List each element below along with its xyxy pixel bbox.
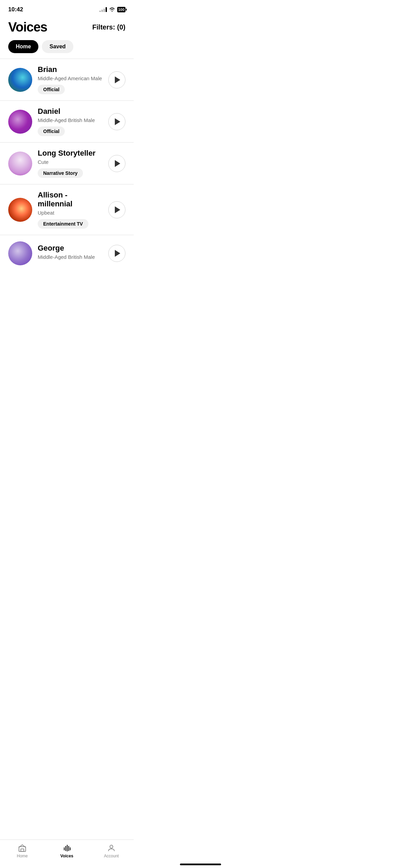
voice-item-george: George Middle-Aged British Male: [0, 235, 134, 272]
voice-tag-daniel: Official: [38, 126, 65, 136]
voice-desc-long-storyteller: Cute: [38, 159, 103, 165]
avatar-brian: [8, 68, 32, 92]
voice-item-long-storyteller: Long Storyteller Cute Narrative Story: [0, 143, 134, 184]
play-icon-long-storyteller: [115, 160, 120, 167]
voice-tag-brian: Official: [38, 85, 65, 94]
tab-saved[interactable]: Saved: [42, 40, 73, 53]
voice-name-george: George: [38, 244, 103, 253]
battery-icon: 100: [117, 7, 125, 12]
voice-info-brian: Brian Middle-Aged American Male Official: [38, 65, 103, 94]
filters-button[interactable]: Filters: (0): [92, 23, 125, 31]
status-icons: 100: [99, 7, 125, 12]
status-bar: 10:42 100: [0, 0, 134, 17]
avatar-daniel: [8, 110, 32, 134]
play-button-long-storyteller[interactable]: [108, 155, 125, 172]
voice-tag-long-storyteller: Narrative Story: [38, 168, 83, 178]
voice-name-long-storyteller: Long Storyteller: [38, 149, 103, 158]
voice-name-daniel: Daniel: [38, 107, 103, 116]
voice-tag-allison: Entertainment TV: [38, 219, 88, 229]
voice-item-daniel: Daniel Middle-Aged British Male Official: [0, 101, 134, 142]
play-icon-george: [115, 250, 120, 257]
voice-name-allison: Allison - millennial: [38, 191, 103, 208]
play-button-brian[interactable]: [108, 71, 125, 88]
avatar-allison: [8, 198, 32, 222]
voice-item-brian: Brian Middle-Aged American Male Official: [0, 59, 134, 100]
play-button-george[interactable]: [108, 245, 125, 262]
voice-info-long-storyteller: Long Storyteller Cute Narrative Story: [38, 149, 103, 178]
voice-desc-brian: Middle-Aged American Male: [38, 75, 103, 81]
tabs-container: Home Saved: [0, 40, 134, 59]
voice-desc-daniel: Middle-Aged British Male: [38, 117, 103, 123]
play-icon-brian: [115, 76, 120, 83]
voice-name-brian: Brian: [38, 65, 103, 74]
signal-icon: [99, 7, 107, 12]
tab-home[interactable]: Home: [8, 40, 38, 53]
header: Voices Filters: (0): [0, 17, 134, 40]
voice-item-allison: Allison - millennial Upbeat Entertainmen…: [0, 184, 134, 235]
voice-desc-allison: Upbeat: [38, 210, 103, 216]
play-icon-daniel: [115, 118, 120, 125]
avatar-george: [8, 241, 32, 265]
play-icon-allison: [115, 206, 120, 213]
voice-info-george: George Middle-Aged British Male: [38, 244, 103, 263]
play-button-daniel[interactable]: [108, 113, 125, 130]
svg-point-0: [111, 11, 112, 12]
voice-desc-george: Middle-Aged British Male: [38, 254, 103, 260]
avatar-long-storyteller: [8, 152, 32, 176]
play-button-allison[interactable]: [108, 201, 125, 218]
page-title: Voices: [8, 20, 47, 35]
wifi-icon: [109, 7, 115, 12]
voice-info-allison: Allison - millennial Upbeat Entertainmen…: [38, 191, 103, 229]
status-time: 10:42: [8, 6, 23, 13]
voice-info-daniel: Daniel Middle-Aged British Male Official: [38, 107, 103, 136]
